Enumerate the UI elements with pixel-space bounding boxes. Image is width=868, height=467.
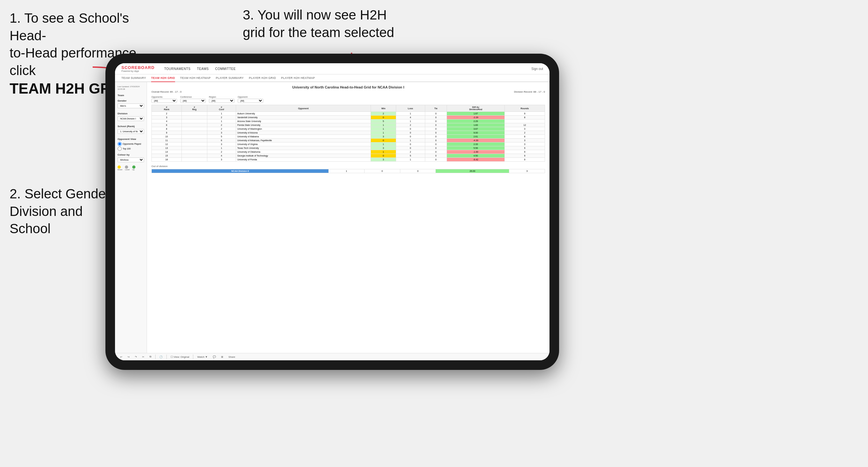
tab-team-h2h-grid[interactable]: TEAM H2H GRID: [151, 74, 175, 82]
table-row: 41Arizona State University5102.29: [152, 120, 545, 123]
toolbar-sep-3: [193, 354, 193, 359]
sign-out[interactable]: Sign out: [531, 67, 543, 71]
opponent-view-group: Opponents Played Top 100: [118, 142, 144, 151]
annotation-3: 3. You will now see H2H grid for the tea…: [243, 6, 403, 41]
grid-btn[interactable]: ⊞: [220, 355, 225, 359]
colour-by-select[interactable]: Win/loss: [118, 157, 144, 162]
division-record: Division Record: 88 - 17 - 0: [514, 90, 545, 93]
opponent-filter-label: Opponent: [238, 96, 263, 98]
tab-team-h2h-heatmap[interactable]: TEAM H2H HEATMAP: [180, 74, 211, 82]
left-panel: Last Updated: 27/03/2024 16:55:38 Team G…: [115, 82, 147, 353]
logo-area: SCOREBOARD Powered by clippi: [121, 65, 155, 72]
app-header: SCOREBOARD Powered by clippi TOURNAMENTS…: [115, 63, 550, 74]
col-opponent: Opponent: [236, 105, 371, 112]
out-of-division-table: NCAA Division II 1 0 0 26.00 3: [151, 169, 545, 173]
team-label: Team: [118, 94, 144, 97]
table-row: 82University of Washington1003.673: [152, 127, 545, 131]
school-select[interactable]: 1. University of Nort...: [118, 129, 144, 134]
out-diff: 26.00: [436, 169, 509, 173]
colour-legend: Down Level Up: [118, 165, 144, 170]
conference-filter-label: Conference: [180, 96, 206, 98]
nav-items: TOURNAMENTS TEAMS COMMITTEE: [164, 66, 522, 72]
conference-filter-select[interactable]: (All): [180, 99, 206, 103]
division-label: Division: [118, 112, 144, 115]
sub-nav: TEAM SUMMARY TEAM H2H GRID TEAM H2H HEAT…: [115, 74, 550, 82]
tab-team-summary[interactable]: TEAM SUMMARY: [121, 74, 146, 82]
opponents-filter-select[interactable]: (All): [151, 99, 177, 103]
watch-btn[interactable]: Watch ▼: [196, 355, 209, 359]
overall-record: Overall Record: 89 - 17 - 0: [151, 90, 182, 93]
school-label: School (Rank): [118, 125, 144, 128]
opponent-view-label: Opponent View: [118, 138, 144, 141]
col-rounds: Rounds: [504, 105, 545, 112]
region-filter: Region (All): [209, 96, 235, 103]
col-win: Win: [371, 105, 396, 112]
gender-select[interactable]: Men's: [118, 103, 144, 108]
forward-btn[interactable]: ↷: [133, 355, 138, 359]
view-original-label: View: Original: [174, 355, 189, 359]
table-row: 131Texas Tech University3005.569: [152, 146, 545, 150]
annotation-2-line2: Division and: [9, 204, 83, 219]
annotation-2-line1: 2. Select Gender,: [9, 186, 114, 201]
radio-top-100[interactable]: Top 100: [118, 147, 144, 151]
opponent-filter-select[interactable]: (All): [238, 99, 263, 103]
annotation-2-line3: School: [9, 221, 51, 236]
dot-up: [132, 165, 135, 169]
out-of-division-row: NCAA Division II 1 0 0 26.00 3: [152, 169, 545, 173]
gender-label: Gender: [118, 99, 144, 102]
comment-btn[interactable]: 💬: [212, 355, 217, 359]
table-row: 163University of Florida310-6.429: [152, 158, 545, 162]
table-row: 21Auburn University2101.679: [152, 112, 545, 116]
tablet-screen: SCOREBOARD Powered by clippi TOURNAMENTS…: [115, 63, 550, 360]
tab-player-summary[interactable]: PLAYER SUMMARY: [216, 74, 244, 82]
out-win: 1: [329, 169, 365, 173]
radio-opponents-played[interactable]: Opponents Played: [118, 142, 144, 146]
dot-down: [118, 165, 121, 169]
last-updated: Last Updated: 27/03/2024 16:55:38: [118, 85, 144, 91]
out-tie: 0: [400, 169, 436, 173]
tablet-frame: SCOREBOARD Powered by clippi TOURNAMENTS…: [105, 54, 559, 370]
opponent-filter: Opponent (All): [238, 96, 263, 103]
main-content: Last Updated: 27/03/2024 16:55:38 Team G…: [115, 82, 550, 353]
dot-level: [125, 165, 128, 169]
out-of-division-label: Out of division: [151, 165, 545, 168]
logo-sub: Powered by clippi: [121, 70, 155, 72]
view-original-btn[interactable]: ☐ View: Original: [169, 355, 190, 359]
table-row: 32Vanderbilt University040-2.298: [152, 116, 545, 120]
table-row: 123University of Virginia1002.333: [152, 143, 545, 146]
nav-tournaments[interactable]: TOURNAMENTS: [164, 66, 191, 72]
col-loss: Loss: [396, 105, 425, 112]
copy-btn[interactable]: ⧉: [148, 354, 153, 359]
opponents-filter: Opponents: (All): [151, 96, 177, 103]
table-row: 105University of Alabama3002.618: [152, 135, 545, 138]
out-loss: 0: [364, 169, 400, 173]
table-row: 116University of Arkansas, Fayetteville0…: [152, 138, 545, 143]
logo-text: SCOREBOARD: [121, 65, 155, 70]
h2h-table: #Rank #Reg #Conf Opponent Win Loss Tie D…: [151, 105, 545, 162]
grid-title: University of North Carolina Head-to-Hea…: [151, 85, 545, 89]
region-filter-label: Region: [209, 96, 235, 98]
table-row: 93University of Arizona1009.002: [152, 131, 545, 135]
table-row: 62Florida State University1201.8312: [152, 123, 545, 127]
nav-teams[interactable]: TEAMS: [197, 66, 209, 72]
conference-filter: Conference (All): [180, 96, 206, 103]
tab-player-h2h-heatmap[interactable]: PLAYER H2H HEATMAP: [281, 74, 315, 82]
division-select[interactable]: NCAA Division I: [118, 116, 144, 121]
share-btn[interactable]: Share: [227, 355, 237, 359]
table-row: 142University of Oklahoma120-1.009: [152, 150, 545, 154]
undo-btn[interactable]: ↩: [119, 355, 124, 359]
col-conf: #Conf: [207, 105, 236, 112]
clock-btn[interactable]: 🕐: [158, 355, 164, 359]
colour-by-label: Colour by: [118, 153, 144, 156]
record-row: Overall Record: 89 - 17 - 0 Division Rec…: [151, 90, 545, 93]
tab-player-h2h-grid[interactable]: PLAYER H2H GRID: [249, 74, 276, 82]
cut-btn[interactable]: ✂: [141, 355, 146, 359]
nav-committee[interactable]: COMMITTEE: [215, 66, 236, 72]
region-filter-select[interactable]: (All): [209, 99, 235, 103]
redo-btn[interactable]: ↪: [126, 355, 131, 359]
annotation-1-line1: 1. To see a School's Head-: [9, 10, 129, 43]
out-of-division: Out of division NCAA Division II 1 0 0 2…: [151, 165, 545, 173]
col-reg: #Reg: [182, 105, 207, 112]
opponents-filter-label: Opponents:: [151, 96, 177, 98]
out-division-name: NCAA Division II: [152, 169, 329, 173]
